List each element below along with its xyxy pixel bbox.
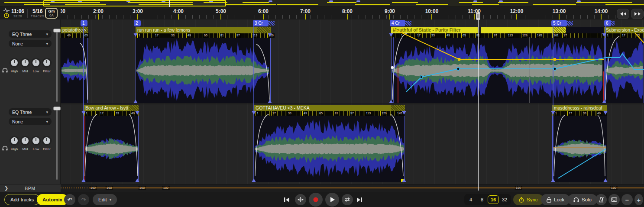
skip-to-end-button[interactable] <box>354 194 365 205</box>
clip[interactable] <box>61 27 88 103</box>
beat-jump-option-32[interactable]: 32 <box>499 195 510 204</box>
beat-number: 1 <box>605 33 609 38</box>
ruler-minor-tick <box>275 15 276 19</box>
bpm-automation-lane[interactable]: 160168168180180180 <box>61 184 644 192</box>
knob-high[interactable] <box>10 58 19 68</box>
deck2-volume-handle[interactable] <box>53 107 61 110</box>
eq-dropdown-value: EQ Three <box>12 110 32 115</box>
expand-chevron-icon[interactable]: ❯ <box>4 185 8 191</box>
beat-number: 33 <box>635 33 641 38</box>
automix-button[interactable]: Automix <box>37 194 68 205</box>
ruler-minor-tick <box>566 15 567 19</box>
beat-jump-option-8[interactable]: 8 <box>476 195 488 204</box>
deck2-effect-dropdown[interactable]: None▾ <box>9 118 52 125</box>
transition-marker[interactable]: 4 Cr <box>390 20 405 26</box>
ruler-minor-tick <box>483 15 484 19</box>
transition-marker[interactable]: 3 Cr <box>253 20 269 26</box>
fast-forward-button[interactable] <box>631 9 644 19</box>
knob-low[interactable] <box>31 136 41 146</box>
edit-menu-button[interactable]: Edit▾ <box>93 194 117 205</box>
deck1-eq-dropdown[interactable]: EQ Three▾ <box>9 30 52 38</box>
tracks-count-value: 5/16 <box>32 9 42 14</box>
deck1-volume-slider[interactable] <box>56 30 58 102</box>
headphones-icon[interactable] <box>2 146 8 151</box>
metronome-button[interactable] <box>595 194 607 205</box>
clip[interactable] <box>136 27 271 103</box>
transition-marker[interactable]: 5 Cr <box>551 20 567 26</box>
beat-number: 17 <box>621 33 626 38</box>
clip[interactable] <box>84 105 139 182</box>
beat-jump-size-group: 481632 <box>464 194 511 205</box>
ruler-major-tick <box>516 14 517 19</box>
redo-button[interactable]: ↷ <box>78 194 89 205</box>
knob-mid[interactable] <box>20 136 30 146</box>
key-badge[interactable]: Gm 6A <box>45 8 58 19</box>
mix-time: 11:06 38:28 <box>11 9 24 18</box>
chevron-down-icon: ▾ <box>46 42 48 46</box>
ruler-minor-tick <box>282 15 283 19</box>
deck1-effect-dropdown[interactable]: None▾ <box>9 40 52 47</box>
ruler-minor-tick <box>400 15 401 19</box>
redo-icon: ↷ <box>81 197 86 203</box>
play-button[interactable] <box>325 193 339 207</box>
clip[interactable] <box>391 27 604 103</box>
playhead-handle[interactable] <box>476 13 480 20</box>
minimap-marker <box>269 0 272 2</box>
beat-number: 113 <box>251 33 258 38</box>
deck2-volume-slider[interactable] <box>56 108 58 180</box>
beat-jump-option-4[interactable]: 4 <box>465 195 476 204</box>
ruler-minor-tick <box>185 15 186 19</box>
time-ruler[interactable]: 1:002:003:004:005:006:007:008:009:0010:0… <box>61 7 644 19</box>
zoom-out-button[interactable]: − <box>621 194 633 205</box>
knob-high[interactable] <box>10 136 19 146</box>
skip-to-start-button[interactable] <box>282 194 292 205</box>
bpm-value: 180 <box>515 186 522 190</box>
transition-marker[interactable]: 6 <box>604 20 611 26</box>
undo-icon: ↶ <box>68 197 72 203</box>
knob-low[interactable] <box>31 58 41 68</box>
minimap-viewport[interactable] <box>43 0 226 6</box>
beat-number: 17 <box>99 111 104 116</box>
ruler-minor-tick <box>490 15 491 19</box>
ruler-minor-tick <box>608 15 608 19</box>
knob-mid[interactable] <box>20 58 30 68</box>
add-tracks-button[interactable]: Add tracks <box>4 194 40 205</box>
beat-ruler: 1173349 <box>552 111 607 116</box>
beat-number: 17 <box>416 33 421 38</box>
ruler-minor-tick <box>421 15 421 19</box>
bpm-value: 168 <box>106 186 113 190</box>
knob-filter[interactable] <box>42 136 52 146</box>
ruler-minor-tick <box>317 15 317 19</box>
keyboard-shortcuts-button[interactable] <box>608 194 620 205</box>
undo-button[interactable]: ↶ <box>64 194 75 205</box>
mix-overview-minimap[interactable] <box>0 0 644 7</box>
beat-jump-option-16[interactable]: 16 <box>488 195 499 204</box>
transition-marker[interactable]: 2 <box>134 20 141 26</box>
clip-crossfade-hatch <box>553 27 566 33</box>
beat-ruler: 1173349658197113129145 <box>254 111 405 116</box>
lock-button[interactable]: Lock <box>541 194 570 205</box>
solo-button[interactable]: Solo <box>568 194 597 205</box>
clip[interactable] <box>552 105 607 182</box>
ruler-minor-tick <box>497 15 498 19</box>
deck1-volume-handle[interactable] <box>53 29 61 32</box>
ruler-minor-tick <box>594 15 595 19</box>
headphones-icon[interactable] <box>2 68 8 73</box>
knob-filter[interactable] <box>42 58 52 68</box>
loop-button[interactable] <box>342 194 353 205</box>
ruler-minor-tick <box>213 15 214 19</box>
rewind-button[interactable] <box>617 9 629 19</box>
clip[interactable] <box>604 27 644 103</box>
ruler-minor-tick <box>573 15 574 19</box>
transition-marker[interactable]: 1 <box>81 20 87 26</box>
clip[interactable] <box>254 105 405 182</box>
clip-crossfade-hatch <box>391 105 405 111</box>
record-button[interactable] <box>309 193 323 207</box>
dj-mix-editor: 11:06 38:28 5/16 TRACKS Gm 6A 1:002:003:… <box>0 0 644 207</box>
beat-number: 49 <box>186 33 192 38</box>
ruler-minor-tick <box>393 15 394 19</box>
deck2-eq-dropdown[interactable]: EQ Three▾ <box>9 108 52 116</box>
snap-playhead-button[interactable] <box>295 194 306 205</box>
sync-button[interactable]: Sync <box>513 194 544 205</box>
zoom-in-button[interactable]: + <box>634 194 643 205</box>
